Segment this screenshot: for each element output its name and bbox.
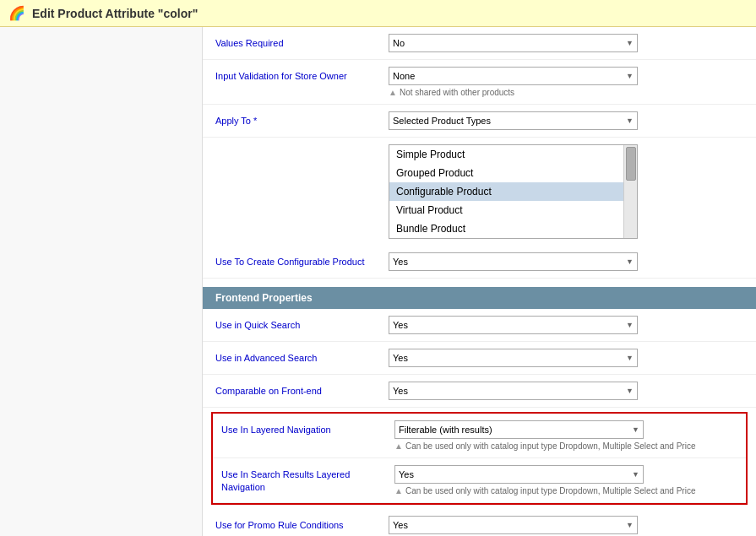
quick-search-control: Yes No: [389, 316, 743, 334]
comparable-label: Comparable on Front-end: [215, 382, 389, 398]
input-validation-select[interactable]: None Alphanumeric Numeric: [389, 67, 638, 85]
form-area: Values Required No Yes Input Validation …: [203, 27, 756, 536]
input-validation-label: Input Validation for Store Owner: [215, 67, 389, 83]
not-shared-hint: ▲ Not shared with other products: [389, 88, 743, 97]
listbox-items: Simple Product Grouped Product Configura…: [389, 145, 623, 238]
use-to-create-select[interactable]: Yes No: [389, 252, 638, 271]
product-types-label-empty: [215, 144, 389, 148]
quick-search-select[interactable]: Yes No: [389, 316, 638, 334]
title-bar: 🌈 Edit Product Attribute "color": [0, 0, 756, 27]
arrow-icon-layered: ▲: [394, 441, 403, 451]
apply-to-select[interactable]: All Product Types Selected Product Types: [389, 111, 638, 130]
layered-navigation-select-wrapper: No Filterable (with results) Filterable …: [394, 420, 644, 439]
apply-to-select-wrapper: All Product Types Selected Product Types: [389, 111, 638, 130]
advanced-search-control: Yes No: [389, 349, 743, 367]
promo-rule-control: Yes No: [389, 516, 743, 534]
values-required-row: Values Required No Yes: [203, 27, 756, 60]
search-results-layered-select[interactable]: Yes No: [394, 465, 644, 484]
layered-navigation-row: Use In Layered Navigation No Filterable …: [213, 414, 746, 458]
page-title: Edit Product Attribute "color": [32, 7, 198, 20]
use-to-create-row: Use To Create Configurable Product Yes N…: [203, 246, 756, 279]
list-item-configurable[interactable]: Configurable Product: [389, 182, 623, 201]
apply-to-row: Apply To * All Product Types Selected Pr…: [203, 105, 756, 138]
layered-navigation-hint: ▲ Can be used only with catalog input ty…: [394, 441, 737, 451]
search-results-layered-control: Yes No ▲ Can be used only with catalog i…: [394, 465, 737, 495]
product-types-control: Simple Product Grouped Product Configura…: [389, 144, 743, 239]
product-types-listbox: Simple Product Grouped Product Configura…: [389, 144, 638, 239]
apply-to-control: All Product Types Selected Product Types: [389, 111, 743, 130]
layered-navigation-select[interactable]: No Filterable (with results) Filterable …: [394, 420, 644, 439]
promo-rule-select[interactable]: Yes No: [389, 516, 638, 534]
promo-rule-row: Use for Promo Rule Conditions Yes No: [203, 509, 756, 536]
list-item-bundle[interactable]: Bundle Product: [389, 219, 623, 238]
comparable-row: Comparable on Front-end Yes No: [203, 375, 756, 408]
quick-search-label: Use in Quick Search: [215, 316, 389, 332]
search-results-layered-label: Use In Search Results Layered Navigation: [221, 465, 394, 495]
list-item-simple[interactable]: Simple Product: [389, 145, 623, 164]
input-validation-control: None Alphanumeric Numeric ▲ Not shared w…: [389, 67, 743, 97]
quick-search-select-wrapper: Yes No: [389, 316, 638, 334]
advanced-search-select[interactable]: Yes No: [389, 349, 638, 367]
comparable-select-wrapper: Yes No: [389, 382, 638, 400]
values-required-select[interactable]: No Yes: [389, 34, 638, 52]
promo-rule-label: Use for Promo Rule Conditions: [215, 516, 389, 532]
values-required-select-wrapper: No Yes: [389, 34, 638, 52]
input-validation-select-wrapper: None Alphanumeric Numeric: [389, 67, 638, 85]
input-validation-row: Input Validation for Store Owner None Al…: [203, 60, 756, 105]
list-item-virtual[interactable]: Virtual Product: [389, 201, 623, 219]
advanced-search-row: Use in Advanced Search Yes No: [203, 342, 756, 375]
advanced-search-label: Use in Advanced Search: [215, 349, 389, 365]
quick-search-row: Use in Quick Search Yes No: [203, 309, 756, 342]
layered-navigation-control: No Filterable (with results) Filterable …: [394, 420, 737, 451]
comparable-control: Yes No: [389, 382, 743, 400]
page-wrapper: 🌈 Edit Product Attribute "color" Values …: [0, 0, 756, 536]
search-results-layered-select-wrapper: Yes No: [394, 465, 644, 484]
arrow-icon: ▲: [389, 88, 397, 97]
arrow-icon-search-results: ▲: [394, 486, 403, 495]
apply-to-label: Apply To *: [215, 111, 389, 127]
layered-navigation-label: Use In Layered Navigation: [221, 420, 394, 436]
scrollbar-track: [623, 145, 637, 238]
product-types-row: Simple Product Grouped Product Configura…: [203, 138, 756, 246]
scrollbar-thumb[interactable]: [626, 147, 636, 181]
values-required-label: Values Required: [215, 34, 389, 50]
use-to-create-label: Use To Create Configurable Product: [215, 252, 389, 268]
comparable-select[interactable]: Yes No: [389, 382, 638, 400]
rainbow-icon: 🌈: [8, 5, 25, 21]
promo-rule-select-wrapper: Yes No: [389, 516, 638, 534]
search-results-layered-hint: ▲ Can be used only with catalog input ty…: [394, 486, 737, 495]
main-content: Values Required No Yes Input Validation …: [0, 27, 756, 536]
advanced-search-select-wrapper: Yes No: [389, 349, 638, 367]
list-item-grouped[interactable]: Grouped Product: [389, 164, 623, 182]
use-to-create-select-wrapper: Yes No: [389, 252, 638, 271]
values-required-control: No Yes: [389, 34, 743, 52]
frontend-properties-header: Frontend Properties: [203, 287, 756, 309]
search-results-layered-row: Use In Search Results Layered Navigation…: [213, 458, 746, 503]
sidebar: [0, 27, 203, 536]
use-to-create-control: Yes No: [389, 252, 743, 271]
highlighted-section: Use In Layered Navigation No Filterable …: [211, 412, 748, 505]
